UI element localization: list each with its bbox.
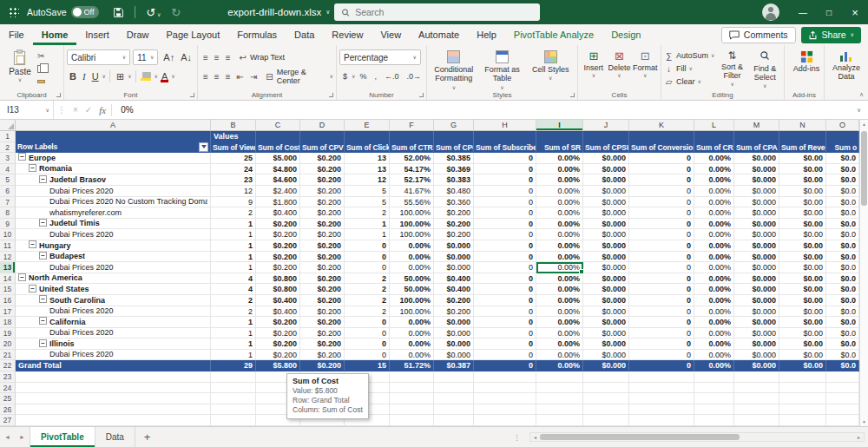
cell-A25[interactable] — [16, 393, 211, 404]
cell-C8[interactable]: $0.400 — [256, 207, 300, 219]
cell-K6[interactable]: 0 — [629, 186, 694, 197]
cell-J26[interactable] — [583, 404, 629, 416]
cell-D22[interactable]: $0.200 — [300, 360, 345, 371]
cell-G15[interactable]: $0.400 — [434, 284, 474, 295]
collapse-button[interactable]: − — [39, 175, 47, 183]
cell-G3[interactable]: $0.385 — [434, 153, 474, 164]
increase-decimal-icon[interactable]: ←.0 — [381, 72, 403, 81]
cell-E10[interactable]: 1 — [345, 229, 390, 240]
cell-C17[interactable]: $0.400 — [256, 306, 300, 318]
cell-I17[interactable]: 0.00% — [536, 306, 583, 318]
cell-E1[interactable] — [345, 131, 390, 142]
cell-F27[interactable] — [390, 415, 434, 426]
align-bottom-icon[interactable]: ≡ — [223, 53, 233, 62]
cell-H18[interactable]: 0 — [474, 317, 536, 328]
cell-C21[interactable]: $0.200 — [256, 350, 300, 361]
cell-N13[interactable]: $0.00 — [779, 262, 826, 273]
row-header-14[interactable]: 14 — [0, 273, 16, 285]
cell-O26[interactable] — [826, 404, 859, 416]
cell-E16[interactable]: 2 — [345, 295, 390, 306]
cell-E13[interactable]: 0 — [345, 262, 390, 273]
underline-button[interactable]: U — [89, 71, 102, 82]
cell-A21[interactable]: Dubai Prices 2020 — [16, 350, 211, 361]
name-box[interactable]: I13 ∨ — [0, 101, 54, 119]
conditional-formatting-button[interactable]: Conditional Formatting∨ — [430, 48, 478, 90]
cell-L23[interactable] — [694, 371, 734, 383]
cell-I27[interactable] — [536, 415, 583, 426]
cell-M11[interactable]: $0.000 — [734, 240, 779, 252]
cell-D1[interactable] — [300, 131, 345, 142]
cell-D20[interactable]: $0.200 — [300, 339, 345, 350]
cell-D10[interactable]: $0.200 — [300, 229, 345, 240]
cell-I18[interactable]: 0.00% — [536, 317, 583, 328]
collapse-button[interactable]: − — [29, 164, 36, 172]
cell-I3[interactable]: 0.00% — [536, 153, 583, 164]
cell-M23[interactable] — [734, 371, 779, 383]
cell-L26[interactable] — [694, 404, 734, 416]
cell-O21[interactable]: $0.0 — [826, 350, 859, 361]
cell-N9[interactable]: $0.00 — [779, 219, 826, 230]
dialog-launcher-icon[interactable] — [419, 93, 424, 97]
cell-B19[interactable]: 1 — [211, 328, 256, 339]
cell-F24[interactable] — [390, 383, 434, 394]
cell-G10[interactable]: $0.200 — [434, 229, 474, 240]
cell-O13[interactable]: $0.0 — [826, 262, 859, 273]
cell-B14[interactable]: 4 — [211, 273, 256, 285]
cell-K4[interactable]: 0 — [629, 164, 694, 175]
cell-G16[interactable]: $0.200 — [434, 295, 474, 306]
cell-M15[interactable]: $0.000 — [734, 284, 779, 295]
cell-C9[interactable]: $0.200 — [256, 219, 300, 230]
align-right-icon[interactable]: ≡ — [223, 72, 233, 82]
cell-N18[interactable]: $0.00 — [779, 317, 826, 328]
cell-A12[interactable]: −Budapest — [16, 252, 211, 263]
column-header-I[interactable]: I — [536, 120, 583, 131]
cell-D11[interactable]: $0.200 — [300, 240, 345, 252]
column-header-M[interactable]: M — [734, 120, 779, 131]
cell-J17[interactable]: $0.000 — [583, 306, 629, 318]
cell-F15[interactable]: 50.00% — [390, 284, 434, 295]
cell-H24[interactable] — [474, 383, 536, 394]
cell-O25[interactable] — [826, 393, 859, 404]
cell-L1[interactable] — [694, 131, 734, 142]
cell-H1[interactable] — [474, 131, 536, 142]
cell-H10[interactable]: 0 — [474, 229, 536, 240]
ribbon-tab-design[interactable]: Design — [602, 24, 649, 45]
cell-O23[interactable] — [826, 371, 859, 383]
cell-I20[interactable]: 0.00% — [536, 339, 583, 350]
cell-F4[interactable]: 54.17% — [390, 164, 434, 175]
cell-L18[interactable]: 0.00% — [694, 317, 734, 328]
cell-J22[interactable]: $0.000 — [583, 360, 629, 371]
cell-E19[interactable]: 0 — [345, 328, 390, 339]
row-header-17[interactable]: 17 — [0, 306, 16, 318]
app-launcher-icon[interactable] — [9, 7, 19, 17]
cell-K21[interactable]: 0 — [629, 350, 694, 361]
cell-A8[interactable]: whatismyreferer.com — [16, 207, 211, 219]
cell-F26[interactable] — [390, 404, 434, 416]
cell-A10[interactable]: Dubai Prices 2020 — [16, 229, 211, 240]
cell-I12[interactable]: 0.00% — [536, 252, 583, 263]
row-header-12[interactable]: 12 — [0, 252, 16, 263]
row-header-26[interactable]: 26 — [0, 404, 16, 416]
cell-O10[interactable]: $0.0 — [826, 229, 859, 240]
cut-icon[interactable]: ✂ — [37, 50, 45, 61]
cell-F3[interactable]: 52.00% — [390, 153, 434, 164]
cell-J23[interactable] — [583, 371, 629, 383]
column-header-N[interactable]: N — [779, 120, 826, 131]
cell-A22[interactable]: Grand Total — [16, 360, 211, 371]
cell-L24[interactable] — [694, 383, 734, 394]
cell-N21[interactable]: $0.00 — [779, 350, 826, 361]
cell-G21[interactable]: $0.000 — [434, 350, 474, 361]
collapse-button[interactable]: − — [39, 339, 47, 347]
ribbon-tab-automate[interactable]: Automate — [410, 24, 468, 45]
cell-A2[interactable]: Row Labels — [16, 142, 211, 154]
cell-D19[interactable]: $0.200 — [300, 328, 345, 339]
borders-icon[interactable]: ⊞ — [114, 71, 127, 82]
cell-M24[interactable] — [734, 383, 779, 394]
insert-button[interactable]: ⊞Insert∨ — [581, 48, 607, 78]
search-input[interactable] — [355, 7, 533, 17]
cell-I15[interactable]: 0.00% — [536, 284, 583, 295]
cell-L9[interactable]: 0.00% — [694, 219, 734, 230]
row-header-13[interactable]: 13 — [0, 262, 16, 273]
cell-E20[interactable]: 0 — [345, 339, 390, 350]
cell-B9[interactable]: 1 — [211, 219, 256, 230]
